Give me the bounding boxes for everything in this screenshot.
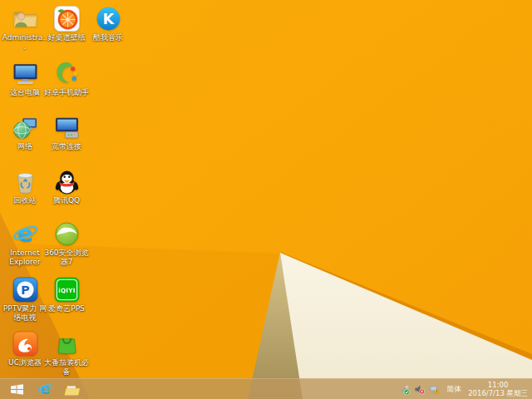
network-globe-icon [12,114,39,141]
icon-label: 好卓手机助手 [43,88,90,97]
network-warning-icon[interactable] [429,384,440,395]
green-swirl-icon [53,60,81,87]
desktop-icon-network[interactable]: 网络 [2,114,48,151]
desktop-icon-administrator[interactable]: Administra... [2,5,48,52]
input-method-indicator[interactable]: 简体 [444,384,464,395]
desktop-icon-recycle-bin[interactable]: 回收站 [2,168,48,205]
usb-safely-remove-icon[interactable] [399,384,410,395]
folder-icon [63,382,81,397]
icon-label: 回收站 [2,196,48,205]
volume-muted-icon[interactable] [414,384,425,395]
desktop-icon-iqiyi-pps[interactable]: iQIYI 爱奇艺PPS [43,276,90,313]
desktop-icon-360-browser[interactable]: 360安全浏览器7 [43,220,90,267]
icon-label: 360安全浏览器7 [43,249,90,267]
icon-label: 腾讯QQ [43,196,90,205]
computer-icon [12,60,39,87]
icon-label: 这台电脑 [2,88,48,97]
start-button[interactable] [5,379,28,399]
windows-logo-icon [10,383,24,396]
icon-label: 酷我音乐 [85,33,131,42]
desktop-icon-kuwo-music[interactable]: K 酷我音乐 [85,5,131,42]
taskbar-file-explorer-button[interactable] [60,379,83,399]
clock-date: 2016/7/13 星期三 [468,389,528,397]
svg-text:iQIYI: iQIYI [58,287,76,294]
broadband-icon [53,114,81,141]
recycle-bin-icon [12,168,39,195]
desktop-icon-internet-explorer[interactable]: e Internet Explorer [2,220,48,267]
pptv-icon: P [12,276,39,303]
icon-label: 网络 [2,142,48,151]
desktop-icon-tencent-qq[interactable]: 腾讯QQ [43,168,90,205]
taskbar-ie-button[interactable]: e [33,379,57,399]
desktop-icon-haozhuodao[interactable]: 好桌道壁纸 [43,5,90,42]
icon-label: 爱奇艺PPS [43,304,90,313]
svg-text:K: K [102,11,115,27]
icon-label: UC浏览器 [2,358,48,367]
360-browser-icon [53,220,81,248]
user-folder-icon [12,5,39,32]
kuwo-k-icon: K [95,5,122,32]
desktop-icon-broadband[interactable]: 宽带连接 [43,114,90,151]
taskbar: e [0,378,532,399]
system-tray: 简体 11:00 2016/7/13 星期三 [399,379,530,399]
uc-squirrel-icon [12,330,39,357]
qq-penguin-icon [53,168,81,195]
clock-time: 11:00 [468,381,528,389]
desktop-icon-uc-browser[interactable]: UC浏览器 [2,330,48,367]
svg-text:P: P [21,283,30,297]
desktop-icon-big-tomato[interactable]: 大番茄装机必备 [43,330,90,377]
desktop-icon-this-pc[interactable]: 这台电脑 [2,60,48,97]
icon-label: 好桌道壁纸 [43,33,90,42]
iqiyi-icon: iQIYI [53,276,81,303]
icon-label: 大番茄装机必备 [43,358,90,377]
icon-label: Administra... [2,33,48,52]
green-bag-icon [53,330,81,357]
desktop-icon-phone-assistant[interactable]: 好卓手机助手 [43,60,90,97]
icon-label: Internet Explorer [2,249,48,267]
ie-icon: e [37,381,53,397]
ie-icon: e [12,220,39,248]
svg-text:e: e [40,381,49,397]
icon-label: PPTV聚力 网络电视 [2,304,48,323]
icon-label: 宽带连接 [43,142,90,151]
desktop-icon-pptv[interactable]: P PPTV聚力 网络电视 [2,276,48,323]
orange-slice-icon [53,5,81,32]
clock[interactable]: 11:00 2016/7/13 星期三 [468,381,530,397]
